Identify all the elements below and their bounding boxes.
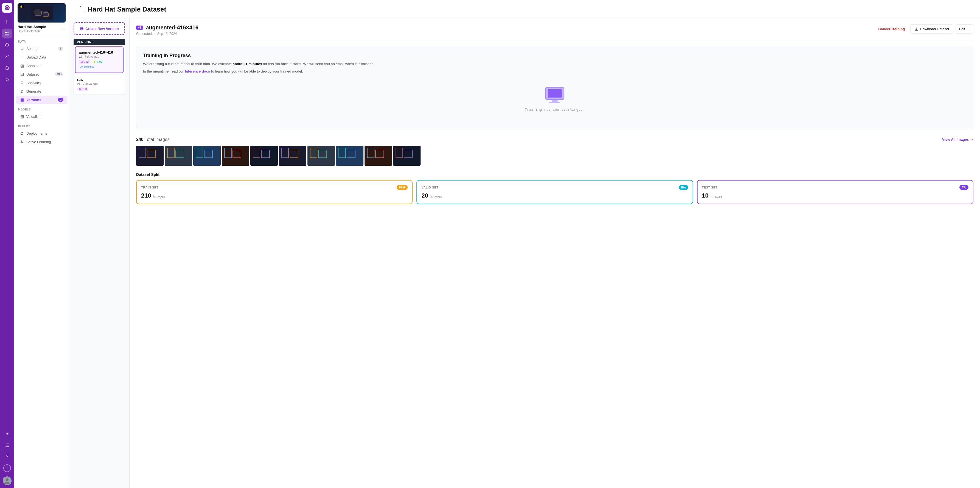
- main-content: Hard Hat Sample Dataset ⊕ Create New Ver…: [69, 0, 980, 488]
- svg-point-8: [43, 11, 49, 16]
- svg-rect-20: [222, 146, 249, 166]
- sidebar-header: 🔒 Hard Hat Sample Object Detection ⋯: [14, 0, 69, 36]
- svg-rect-1: [7, 32, 9, 33]
- image-thumb-10[interactable]: [393, 146, 420, 166]
- split-label: Dataset Split: [136, 172, 974, 177]
- sidebar-item-visualize[interactable]: ▦Visualize: [16, 112, 67, 121]
- sidebar-icon-visualize: ▦: [20, 114, 24, 119]
- sidebar-icon-analytics: ♡: [20, 81, 24, 85]
- version-item-v1[interactable]: rawv1 · 7 days ago🖼 100: [74, 74, 125, 94]
- image-thumb-2[interactable]: [165, 146, 192, 166]
- split-card-test: TEST SET4%10 Images: [697, 180, 974, 204]
- sidebar-label-annotate: Annotate: [26, 64, 41, 68]
- version-meta-v2: v2 · 7 days ago: [79, 55, 120, 58]
- download-dataset-button[interactable]: Download Dataset: [910, 24, 953, 33]
- svg-rect-3: [7, 34, 9, 35]
- image-thumb-4[interactable]: [222, 146, 249, 166]
- version-badge: v2: [136, 26, 143, 30]
- training-section: Training in Progress We are fitting a cu…: [136, 46, 974, 129]
- image-thumb-1[interactable]: [136, 146, 164, 166]
- version-item-v2[interactable]: augmented-416×416v2 · 7 days ago🖼 240⚡ F…: [75, 46, 124, 73]
- images-section: 240 Total Images View All Images →: [136, 137, 974, 166]
- image-thumb-3[interactable]: [193, 146, 221, 166]
- split-percent-valid: 8%: [679, 185, 688, 190]
- app-logo[interactable]: [2, 3, 12, 13]
- sidebar-label-generate: Generate: [26, 89, 41, 93]
- sidebar-item-settings[interactable]: ≡Settings3: [16, 45, 67, 53]
- nav-layers-icon[interactable]: [2, 40, 12, 50]
- image-thumb-5[interactable]: [250, 146, 278, 166]
- version-tag-images: 🖼 100: [77, 87, 88, 91]
- detail-panel: v2 augmented-416×416 Generated on Sep 13…: [130, 18, 980, 488]
- nav-compass-icon[interactable]: ✦: [2, 429, 12, 439]
- inference-docs-link[interactable]: Inference docs: [185, 69, 210, 73]
- sidebar-section-deploy: DEPLOY⊙Deployments↻Active Learning: [14, 121, 69, 146]
- sidebar-label-deployments: Deployments: [26, 131, 47, 136]
- image-thumb-8[interactable]: [336, 146, 363, 166]
- lock-badge: 🔒: [19, 5, 24, 8]
- sidebar-item-active-learning[interactable]: ↻Active Learning: [16, 138, 67, 146]
- version-header-actions: Cancel Training Download Dataset Edit ⋯: [875, 24, 974, 33]
- dataset-thumbnail: 🔒: [18, 3, 65, 22]
- nav-dataset-icon[interactable]: [2, 29, 12, 38]
- svg-rect-35: [364, 146, 392, 166]
- svg-rect-0: [5, 32, 7, 33]
- sidebar-badge-settings: 3: [58, 47, 64, 51]
- nav-chart-icon[interactable]: [2, 52, 12, 62]
- sidebar-item-generate[interactable]: ⊘Generate: [16, 87, 67, 95]
- create-version-button[interactable]: ⊕ Create New Version: [73, 22, 125, 35]
- svg-rect-29: [307, 146, 335, 166]
- edit-button[interactable]: Edit ⋯: [956, 24, 974, 33]
- icon-strip: ⇅ ⚙ ✦ ☰ ? ↑: [0, 0, 14, 488]
- nav-question-icon[interactable]: ?: [2, 452, 12, 462]
- svg-rect-26: [279, 146, 306, 166]
- view-all-images-link[interactable]: View All Images →: [942, 137, 974, 142]
- sidebar-item-deployments[interactable]: ⊙Deployments: [16, 129, 67, 137]
- split-card-valid: VALID SET8%20 Images: [417, 180, 693, 204]
- cancel-training-button[interactable]: Cancel Training: [875, 25, 908, 33]
- svg-rect-38: [393, 146, 420, 166]
- sidebar-section-data: DATA≡Settings3↑Upload Data▦Annotate▤Data…: [14, 36, 69, 104]
- sidebar-section-models: MODELS▦Visualize: [14, 104, 69, 121]
- image-thumb-6[interactable]: [279, 146, 306, 166]
- svg-point-5: [6, 478, 8, 481]
- nav-bell-icon[interactable]: [2, 63, 12, 73]
- sidebar-label-analytics: Analytics: [26, 81, 41, 85]
- sidebar-icon-generate: ⊘: [20, 89, 24, 93]
- image-thumb-9[interactable]: [364, 146, 392, 166]
- dataset-name: Hard Hat Sample: [18, 25, 46, 29]
- sidebar-icon-dataset: ▤: [20, 72, 24, 77]
- sidebar-label-dataset: Dataset: [26, 72, 39, 77]
- sidebar-item-annotate[interactable]: ▦Annotate: [16, 62, 67, 70]
- svg-point-7: [34, 9, 41, 15]
- image-thumb-7[interactable]: [307, 146, 335, 166]
- version-name-v1: raw: [77, 78, 121, 81]
- sidebar-item-versions[interactable]: ▣Versions2: [16, 96, 67, 104]
- dataset-more-button[interactable]: ⋯: [60, 26, 65, 32]
- versions-list: augmented-416×416v2 · 7 days ago🖼 240⚡ F…: [73, 45, 125, 95]
- training-status: Training machine starting...: [525, 107, 585, 112]
- sidebar-item-upload-data[interactable]: ↑Upload Data: [16, 53, 67, 61]
- nav-gear-icon[interactable]: ⚙: [2, 75, 12, 85]
- main-sidebar: 🔒 Hard Hat Sample Object Detection ⋯ DAT…: [14, 0, 69, 488]
- sidebar-label-versions: Versions: [26, 98, 41, 102]
- version-tags-v2: 🖼 240⚡ Fast🏷 COCOn: [79, 60, 120, 69]
- nav-updown-icon[interactable]: ⇅: [2, 17, 12, 27]
- user-avatar[interactable]: [3, 477, 11, 485]
- training-text-2: In the meantime, read our Inference docs…: [143, 69, 967, 75]
- images-grid: [136, 146, 974, 166]
- sidebar-item-analytics[interactable]: ♡Analytics: [16, 78, 67, 87]
- training-duration: about 21 minutes: [233, 62, 262, 66]
- version-tag-images: 🖼 240: [79, 60, 90, 64]
- nav-list-icon[interactable]: ☰: [2, 440, 12, 450]
- split-images-label-train: Images: [152, 194, 165, 198]
- nav-upload-icon[interactable]: ↑: [2, 463, 12, 473]
- section-label-deploy: DEPLOY: [14, 121, 69, 129]
- version-header-left: v2 augmented-416×416 Generated on Sep 13…: [136, 24, 199, 36]
- sidebar-item-dataset[interactable]: ▤Dataset100: [16, 70, 67, 78]
- split-percent-test: 4%: [959, 185, 969, 190]
- images-title: 240 Total Images: [136, 137, 170, 142]
- version-meta-v1: v1 · 7 days ago: [77, 82, 121, 85]
- versions-panel: ⊕ Create New Version VERSIONS augmented-…: [69, 18, 130, 488]
- split-images-label-valid: Images: [430, 194, 442, 198]
